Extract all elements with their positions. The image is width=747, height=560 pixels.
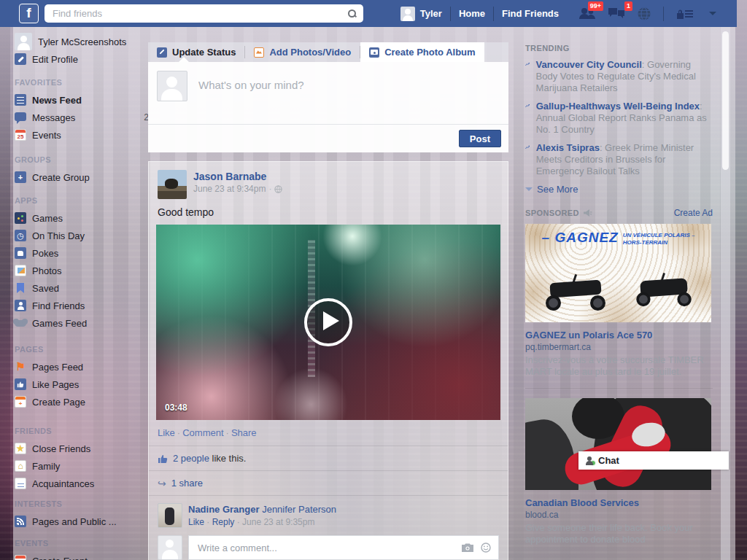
sidebar-item-family[interactable]: ⌂ Family xyxy=(15,457,149,475)
sidebar-item-pages-feed[interactable]: ⚑ Pages Feed xyxy=(15,358,149,376)
comment-reply-link[interactable]: Reply xyxy=(212,517,235,527)
comment-input[interactable] xyxy=(196,542,462,554)
person-icon xyxy=(15,300,26,311)
flag-icon: ⚑ xyxy=(15,361,26,373)
ad-headline-line: HORS-TERRAIN xyxy=(623,239,667,246)
trending-topic[interactable]: Alexis Tsipras xyxy=(536,142,600,153)
caret-down-icon xyxy=(525,187,533,191)
notifications-globe-icon[interactable] xyxy=(637,7,651,21)
sidebar-edit-profile[interactable]: Edit Profile xyxy=(15,50,149,68)
see-more-link[interactable]: See More xyxy=(525,184,713,195)
ad-headline-line: UN VÉHICULE POLARIS – xyxy=(623,232,695,238)
edit-profile-label: Edit Profile xyxy=(32,54,149,65)
account-menu-caret-icon[interactable] xyxy=(709,12,716,15)
sidebar-item-close-friends[interactable]: ★ Close Friends xyxy=(15,440,149,457)
sidebar-profile[interactable]: Tyler McScreenshots xyxy=(15,33,149,50)
ad-image-blood-services[interactable] xyxy=(525,398,711,490)
share-count-link[interactable]: 1 share xyxy=(171,478,203,489)
sidebar-item-on-this-day[interactable]: ◷ On This Day xyxy=(15,227,149,244)
sidebar-item-news-feed[interactable]: News Feed xyxy=(15,91,149,109)
scrollbar[interactable] xyxy=(721,27,730,560)
play-button-icon[interactable] xyxy=(304,298,352,346)
facebook-logo[interactable]: f xyxy=(19,4,39,23)
comment-composer xyxy=(149,534,508,560)
likers-link[interactable]: 2 people xyxy=(173,453,209,464)
sidebar-item-pokes[interactable]: Pokes xyxy=(15,244,149,262)
sidebar-item-photos[interactable]: Photos xyxy=(15,262,149,279)
ad-image-polaris[interactable]: – GAGNEZ UN VÉHICULE POLARIS – HORS-TERR… xyxy=(525,224,711,322)
edit-pencil-icon xyxy=(15,53,26,65)
news-feed-icon xyxy=(15,94,26,106)
video-duration: 03:48 xyxy=(165,402,187,413)
messages-icon[interactable]: 1 xyxy=(608,7,625,20)
search-input[interactable] xyxy=(51,7,348,20)
comment-like-link[interactable]: Like xyxy=(188,517,204,527)
sidebar-item-find-friends[interactable]: Find Friends xyxy=(15,297,149,314)
post-video[interactable]: 03:48 xyxy=(156,225,500,420)
post-header: Jason Barnabe June 23 at 9:34pm · xyxy=(149,162,508,199)
atv-illustration xyxy=(544,281,607,306)
privacy-shortcuts-icon[interactable] xyxy=(676,8,694,20)
search-icon[interactable] xyxy=(348,9,356,18)
avatar[interactable] xyxy=(400,7,415,21)
comment-author-avatar[interactable] xyxy=(158,503,182,528)
apps-header: APPS xyxy=(15,196,149,209)
ad-headline-small: UN VÉHICULE POLARIS – HORS-TERRAIN xyxy=(623,232,695,246)
tab-label: Create Photo Album xyxy=(384,47,475,58)
post-button[interactable]: Post xyxy=(459,130,501,147)
ad-title-link[interactable]: GAGNEZ un Polaris Ace 570 xyxy=(525,330,713,341)
trending-item[interactable]: Gallup-Healthways Well-Being Index: Annu… xyxy=(525,101,713,136)
attach-photo-camera-icon[interactable] xyxy=(462,543,473,552)
composer-tabs: Update Status Add Photos/Video Create Ph… xyxy=(148,42,508,62)
create-ad-link[interactable]: Create Ad xyxy=(674,208,713,218)
sidebar-item-pages-and-public[interactable]: Pages and Public ... xyxy=(15,513,149,530)
profile-link[interactable]: Tyler xyxy=(420,8,450,19)
pages-header: PAGES xyxy=(15,345,149,358)
list-lines-icon xyxy=(15,478,26,489)
comment-link[interactable]: Comment xyxy=(182,427,223,438)
sidebar-item-acquaintances[interactable]: Acquaintances xyxy=(15,475,149,492)
find-friends-link[interactable]: Find Friends xyxy=(494,8,567,19)
sidebar-item-create-event[interactable]: + Create Event xyxy=(15,552,149,560)
sidebar-item-games-feed[interactable]: Games Feed xyxy=(15,314,149,332)
item-label: Pages and Public ... xyxy=(32,516,149,527)
chat-sidebar-toggle[interactable]: Chat xyxy=(578,451,729,470)
scrollbar-thumb[interactable] xyxy=(722,31,729,170)
tab-create-photo-album[interactable]: Create Photo Album xyxy=(360,42,484,62)
trending-topic[interactable]: Vancouver City Council xyxy=(536,59,642,70)
tab-add-photos-video[interactable]: Add Photos/Video xyxy=(245,42,360,62)
tab-label: Update Status xyxy=(172,47,236,58)
online-status-dot xyxy=(590,460,596,466)
tab-update-status[interactable]: Update Status xyxy=(148,42,244,62)
friend-requests-icon[interactable]: 99+ xyxy=(578,7,596,20)
comment-author-link[interactable]: Nadine Granger xyxy=(188,504,260,515)
privacy-globe-icon xyxy=(274,185,282,193)
trending-item[interactable]: Alexis Tsipras: Greek Prime Minister Mee… xyxy=(525,142,713,177)
trending-item[interactable]: Vancouver City Council: Governing Body V… xyxy=(525,59,713,94)
sidebar-item-games[interactable]: Games xyxy=(15,209,149,227)
home-link[interactable]: Home xyxy=(451,8,493,19)
sidebar-item-like-pages[interactable]: Like Pages xyxy=(15,376,149,393)
comment-tagged-link[interactable]: Jennifer Paterson xyxy=(262,504,336,515)
center-column: Update Status Add Photos/Video Create Ph… xyxy=(148,42,508,560)
ad-title-link[interactable]: Canadian Blood Services xyxy=(525,497,713,508)
sidebar-item-events[interactable]: 25 Events xyxy=(15,126,149,144)
trending-topic[interactable]: Gallup-Healthways Well-Being Index xyxy=(536,101,700,112)
share-link[interactable]: Share xyxy=(231,427,257,438)
status-input[interactable] xyxy=(197,78,500,92)
like-link[interactable]: Like xyxy=(158,427,175,438)
messages-bubble-icon xyxy=(15,112,26,121)
emoji-smiley-icon[interactable] xyxy=(481,542,491,553)
post-author-link[interactable]: Jason Barnabe xyxy=(193,170,282,183)
right-column: TRENDING Vancouver City Council: Governi… xyxy=(525,44,713,545)
favorites-header: FAVORITES xyxy=(15,78,149,91)
sidebar-item-saved[interactable]: Saved xyxy=(15,279,149,297)
item-label: Games xyxy=(32,213,149,224)
sidebar-item-create-page[interactable]: + Create Page xyxy=(15,393,149,411)
post-timestamp[interactable]: June 23 at 9:34pm xyxy=(193,184,266,194)
comment-timestamp: June 23 at 9:35pm xyxy=(242,517,314,527)
sidebar-item-create-group[interactable]: + Create Group xyxy=(15,168,149,186)
likes-text: like this. xyxy=(209,453,247,464)
sidebar-item-messages[interactable]: Messages 2 xyxy=(15,109,149,126)
post-author-avatar[interactable] xyxy=(158,170,187,199)
